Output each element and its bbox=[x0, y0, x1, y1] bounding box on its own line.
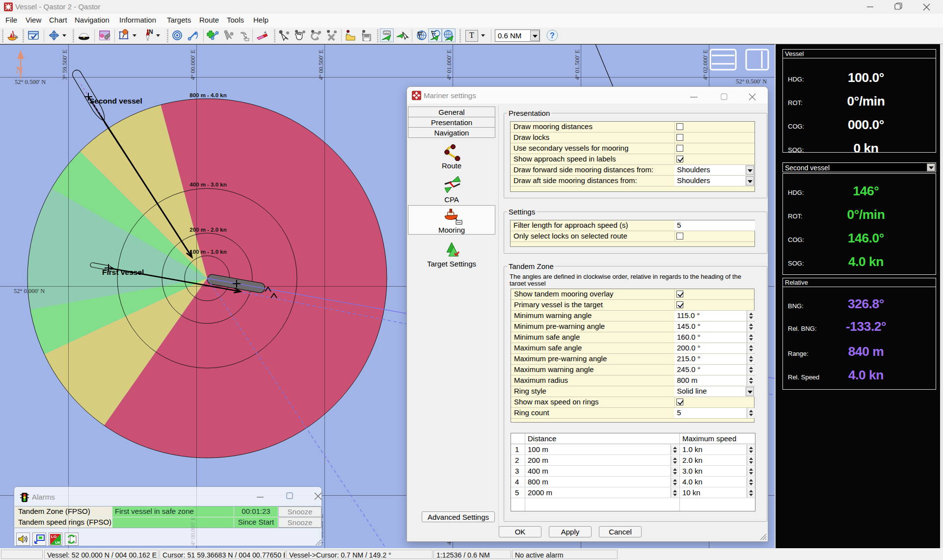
svg-text:52° 0.000' N: 52° 0.000' N bbox=[14, 288, 45, 294]
svg-text:?: ? bbox=[550, 31, 555, 40]
svg-text:4° 01.000' E: 4° 01.000' E bbox=[446, 50, 453, 80]
svg-text:4° 02.000' E: 4° 02.000' E bbox=[702, 50, 709, 80]
svg-text:4° 00.000' E: 4° 00.000' E bbox=[189, 50, 196, 80]
svg-text:N: N bbox=[16, 65, 23, 75]
svg-text:200 m - 2.0 kn: 200 m - 2.0 kn bbox=[189, 227, 226, 233]
svg-text:100 m - 1.0 kn: 100 m - 1.0 kn bbox=[189, 249, 226, 255]
svg-text:52° 0.500' N: 52° 0.500' N bbox=[15, 79, 46, 85]
svg-text:52° 0.500' N: 52° 0.500' N bbox=[736, 78, 767, 85]
svg-text:N: N bbox=[149, 29, 153, 35]
svg-text:First vessel: First vessel bbox=[102, 268, 144, 276]
svg-text:800 m - 4.0 kn: 800 m - 4.0 kn bbox=[189, 92, 226, 98]
svg-text:LO: LO bbox=[51, 534, 56, 539]
svg-text:400 m - 3.0 kn: 400 m - 3.0 kn bbox=[189, 182, 226, 187]
svg-text:UK: UK bbox=[55, 540, 61, 545]
svg-text:4° 00.500' E: 4° 00.500' E bbox=[318, 50, 324, 80]
svg-text:4° 01.500' E: 4° 01.500' E bbox=[574, 50, 581, 80]
svg-text:3° 59.500' E: 3° 59.500' E bbox=[61, 50, 68, 80]
svg-text:Second vessel: Second vessel bbox=[89, 97, 142, 105]
